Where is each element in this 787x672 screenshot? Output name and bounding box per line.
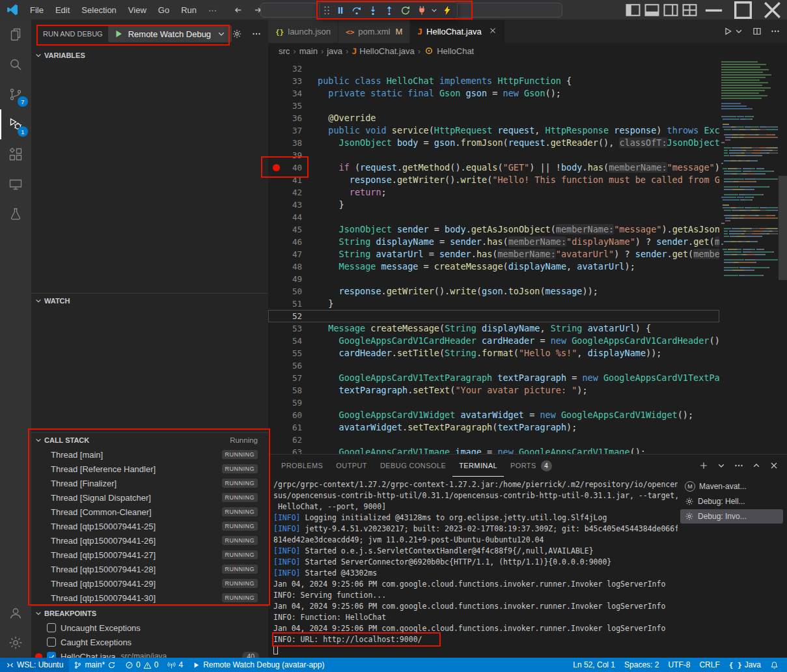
- panel-tab-terminal[interactable]: TERMINAL: [452, 455, 504, 477]
- breakpoints-header[interactable]: BREAKPOINTS: [31, 606, 268, 621]
- code-line-47[interactable]: 47 String avatarUrl = sender.has(memberN…: [268, 248, 719, 260]
- terminal-output[interactable]: /grpc/grpc-context/1.27.2/grpc-context-1…: [273, 479, 678, 658]
- status-remote-indicator[interactable]: WSL: Ubuntu: [0, 658, 69, 672]
- terminal-session[interactable]: MMaven-avat...: [680, 479, 783, 494]
- code-line-51[interactable]: 51 }: [268, 298, 719, 310]
- code-line-36[interactable]: 36 @Override: [268, 112, 719, 124]
- status-cursor-position[interactable]: Ln 52, Col 1: [568, 658, 620, 672]
- variables-header[interactable]: VARIABLES: [31, 48, 268, 63]
- run-file-button[interactable]: [723, 26, 744, 36]
- code-line-58[interactable]: 58 textParagraph.setText("Your avatar pi…: [268, 384, 719, 397]
- menu-file[interactable]: File: [24, 0, 49, 20]
- call-stack-thread[interactable]: Thread [qtp1500079441-25]RUNNING: [31, 519, 268, 533]
- toggle-panel-button[interactable]: [642, 0, 661, 20]
- breadcrumb-item[interactable]: JHelloChat.java: [352, 46, 414, 56]
- breakpoint-row[interactable]: Uncaught Exceptions: [31, 621, 268, 635]
- more-actions-icon[interactable]: [251, 29, 262, 39]
- activitybar-source-control[interactable]: 7: [0, 79, 31, 109]
- toggle-secondary-sidebar-button[interactable]: [661, 0, 680, 20]
- code-line-56[interactable]: 56: [268, 359, 719, 372]
- call-stack-thread[interactable]: Thread [main]RUNNING: [31, 447, 268, 462]
- menu-selection[interactable]: Selection: [76, 0, 122, 20]
- code-line-44[interactable]: 44: [268, 211, 719, 223]
- code-line-33[interactable]: 33public class HelloChat implements Http…: [268, 75, 719, 87]
- back-arrow-icon[interactable]: [233, 5, 243, 15]
- close-window-button[interactable]: [758, 0, 787, 20]
- status-eol[interactable]: CRLF: [695, 658, 724, 672]
- panel-more-icon[interactable]: [734, 460, 744, 471]
- status-indentation[interactable]: Spaces: 2: [620, 658, 663, 672]
- panel-tab-debug-console[interactable]: DEBUG CONSOLE: [374, 455, 452, 477]
- code-editor[interactable]: 3233public class HelloChat implements Ht…: [268, 59, 787, 454]
- status-notifications[interactable]: [766, 658, 783, 672]
- tab-pom.xml[interactable]: <>pom.xmlM: [338, 20, 410, 43]
- panel-tab-output[interactable]: OUTPUT: [329, 455, 374, 477]
- code-line-49[interactable]: 49: [268, 273, 719, 285]
- activitybar-explorer[interactable]: [0, 20, 31, 49]
- breakpoint-checkbox[interactable]: [47, 637, 56, 647]
- status-git-branch[interactable]: main*: [69, 658, 120, 672]
- debug-config-dropdown[interactable]: Remote Watch Debug: [108, 25, 232, 42]
- code-line-34[interactable]: 34 private static final Gson gson = new …: [268, 87, 719, 100]
- call-stack-thread[interactable]: Thread [qtp1500079441-29]RUNNING: [31, 576, 268, 591]
- code-line-50[interactable]: 50 response.getWriter().write(gson.toJso…: [268, 285, 719, 298]
- close-tab-icon[interactable]: [488, 26, 497, 37]
- breakpoint-row[interactable]: HelloChat.javasrc/main/java40: [31, 649, 268, 658]
- watch-header[interactable]: WATCH: [31, 293, 268, 308]
- panel-tab-ports[interactable]: PORTS4: [504, 455, 559, 477]
- call-stack-thread[interactable]: Thread [Finalizer]RUNNING: [31, 476, 268, 490]
- breadcrumb-item[interactable]: main: [299, 46, 318, 56]
- status-language-mode[interactable]: { }Java: [725, 658, 766, 672]
- status-encoding[interactable]: UTF-8: [663, 658, 695, 672]
- code-line-54[interactable]: 54 GoogleAppsCardV1CardHeader cardHeader…: [268, 335, 719, 347]
- call-stack-thread[interactable]: Thread [qtp1500079441-30]RUNNING: [31, 591, 268, 605]
- code-line-59[interactable]: 59: [268, 397, 719, 409]
- code-line-57[interactable]: 57 GoogleAppsCardV1TextParagraph textPar…: [268, 372, 719, 384]
- terminal-dropdown-icon[interactable]: [716, 460, 726, 471]
- minimap[interactable]: [719, 61, 778, 454]
- hot-code-replace-button[interactable]: [439, 3, 455, 18]
- menu-go[interactable]: Go: [152, 0, 175, 20]
- activitybar-accounts[interactable]: [0, 598, 31, 628]
- code-line-38[interactable]: 38 JsonObject body = gson.fromJson(reque…: [268, 137, 719, 149]
- menu-edit[interactable]: Edit: [49, 0, 76, 20]
- code-line-42[interactable]: 42 return;: [268, 186, 719, 199]
- terminal-session[interactable]: Debug: Hell...: [680, 494, 783, 509]
- activitybar-run-and-debug[interactable]: 1: [0, 109, 31, 139]
- terminal-cursor-line[interactable]: [273, 645, 678, 656]
- menu-run[interactable]: Run: [175, 0, 202, 20]
- new-terminal-icon[interactable]: [698, 460, 709, 471]
- step-over-button[interactable]: [348, 3, 365, 18]
- code-line-37[interactable]: 37 public void service(HttpRequest reque…: [268, 124, 719, 137]
- call-stack-thread[interactable]: Thread [Reference Handler]RUNNING: [31, 462, 268, 476]
- maximize-panel-icon[interactable]: [751, 460, 762, 471]
- call-stack-thread[interactable]: Thread [Signal Dispatcher]RUNNING: [31, 490, 268, 505]
- code-line-55[interactable]: 55 cardHeader.setTitle(String.format("He…: [268, 347, 719, 359]
- disconnect-menu-button[interactable]: [430, 3, 439, 18]
- drag-grip-button[interactable]: [322, 3, 332, 18]
- activitybar-extensions[interactable]: [0, 139, 31, 169]
- status-problems[interactable]: 00: [120, 658, 163, 672]
- breakpoint-row[interactable]: Caught Exceptions: [31, 635, 268, 649]
- code-line-41[interactable]: 41 response.getWriter().write("Hello! Th…: [268, 174, 719, 186]
- code-line-60[interactable]: 60 GoogleAppsCardV1Widget avatarWidget =…: [268, 409, 719, 421]
- call-stack-header[interactable]: CALL STACK Running: [31, 432, 268, 447]
- close-panel-icon[interactable]: [769, 460, 779, 471]
- code-line-32[interactable]: 32: [268, 63, 719, 75]
- breadcrumb-item[interactable]: java: [327, 46, 342, 56]
- customize-layout-button[interactable]: [680, 0, 699, 20]
- menu-view[interactable]: View: [122, 0, 152, 20]
- activitybar-remote-explorer[interactable]: [0, 169, 31, 199]
- minimize-button[interactable]: [699, 0, 728, 20]
- call-stack-thread[interactable]: Thread [qtp1500079441-27]RUNNING: [31, 548, 268, 562]
- tab-launch.json[interactable]: {}launch.json: [268, 20, 338, 43]
- maximize-button[interactable]: [728, 0, 758, 20]
- restart-button[interactable]: [397, 3, 413, 18]
- tab-HelloChat.java[interactable]: JHelloChat.java: [410, 20, 504, 43]
- call-stack-thread[interactable]: Thread [qtp1500079441-26]RUNNING: [31, 533, 268, 548]
- code-line-52[interactable]: 52: [268, 310, 719, 322]
- code-line-45[interactable]: 45 JsonObject sender = body.getAsJsonObj…: [268, 223, 719, 236]
- split-editor-icon[interactable]: [752, 26, 762, 36]
- step-out-button[interactable]: [381, 3, 397, 18]
- status-debug-session[interactable]: Remote Watch Debug (avatar-app): [187, 658, 329, 672]
